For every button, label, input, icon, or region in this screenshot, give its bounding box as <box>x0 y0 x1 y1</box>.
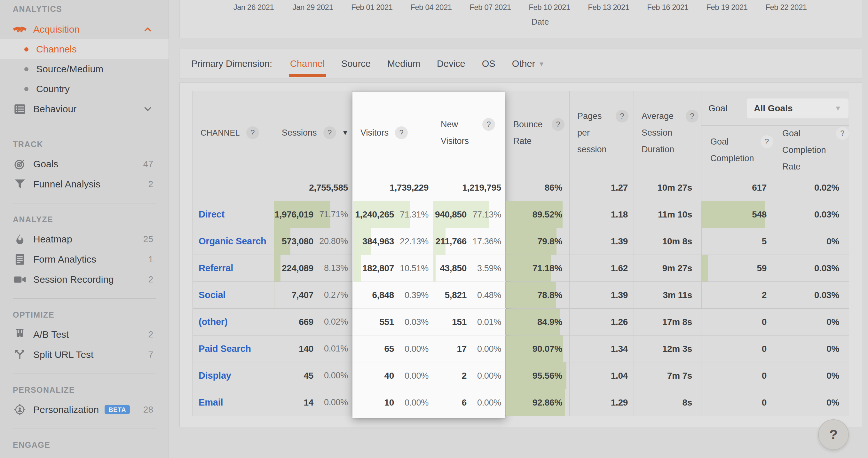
help-icon[interactable]: ? <box>246 126 259 139</box>
goal-selector-label: Goal <box>708 103 727 114</box>
tab-device[interactable]: Device <box>437 59 465 69</box>
column-header-label: Average Session Duration <box>642 108 679 158</box>
help-icon[interactable]: ? <box>761 135 773 148</box>
tab-medium[interactable]: Medium <box>387 59 420 69</box>
help-icon[interactable]: ? <box>616 110 628 122</box>
column-header-bounce_rate[interactable]: Bounce Rate? <box>506 91 569 174</box>
sidebar-item-acquisition[interactable]: Acquisition <box>0 19 168 39</box>
table-cell-goal_completion: 2 <box>701 282 773 309</box>
cell-value: 17m 8s <box>634 317 692 327</box>
channel-link[interactable]: Direct <box>198 209 269 220</box>
table-cell-goal_completion_rate: 0.03% <box>773 282 849 309</box>
table-cell-avg_session_duration: 9m 27s <box>634 255 701 282</box>
tab-other[interactable]: Other▼ <box>512 59 545 69</box>
help-icon[interactable]: ? <box>686 110 699 122</box>
cell-value: 92.86% <box>506 398 562 408</box>
sidebar-item-heatmap[interactable]: Heatmap25 <box>0 229 168 249</box>
table-header-row: CHANNEL?Sessions?▼Visitors?New Visitors?… <box>193 91 848 174</box>
sidebar-item-split-url-test[interactable]: Split URL Test7 <box>0 344 168 365</box>
column-header-label: Pages per session <box>577 108 609 158</box>
channel-link[interactable]: Social <box>198 290 269 300</box>
primary-dimension-label: Primary Dimension: <box>191 59 272 69</box>
help-icon[interactable]: ? <box>482 118 495 131</box>
sidebar-item-label: Channels <box>36 44 77 55</box>
cell-value: 1,739,229 <box>353 183 429 193</box>
table-cell-pages_per_session: 1.34 <box>569 336 634 362</box>
cell-percent: 0.00% <box>467 371 501 381</box>
chevron-down-icon[interactable] <box>142 103 153 115</box>
sidebar-item-label: Heatmap <box>33 234 72 245</box>
table-cell-goal_completion_rate: 0% <box>773 309 849 336</box>
table-cell-bounce_rate: 95.56% <box>506 362 569 389</box>
column-header-visitors[interactable]: Visitors? <box>353 91 433 174</box>
sidebar-item-goals[interactable]: Goals47 <box>0 154 168 174</box>
tab-os[interactable]: OS <box>482 59 495 69</box>
cell-value: 0 <box>701 371 767 381</box>
column-header-label: New Visitors <box>441 116 476 149</box>
tab-channel[interactable]: Channel <box>290 59 324 69</box>
cell-percent: 0.01% <box>313 344 348 354</box>
cell-value: 151 <box>433 317 467 327</box>
table-cell-pages_per_session: 1.62 <box>569 255 634 282</box>
cell-percent: 0.00% <box>467 398 501 408</box>
cell-value: 0.03% <box>773 263 839 273</box>
channel-link[interactable]: Email <box>198 397 269 408</box>
cell-percent: 0.02% <box>313 317 348 327</box>
column-header-channel[interactable]: CHANNEL? <box>193 91 274 174</box>
sidebar-item-label: Form Analytics <box>33 254 96 265</box>
column-header-pages_per_session[interactable]: Pages per session? <box>569 91 634 174</box>
tab-source[interactable]: Source <box>341 59 371 69</box>
help-icon[interactable]: ? <box>836 127 849 140</box>
sidebar-item-form-analytics[interactable]: Form Analytics1 <box>0 249 168 269</box>
cell-value: 1,976,019 <box>274 210 313 220</box>
cell-value: 43,850 <box>433 263 467 273</box>
column-header-new_visitors[interactable]: New Visitors? <box>433 91 506 174</box>
channel-link[interactable]: Organic Search <box>198 236 269 247</box>
sidebar-item-funnel-analysis[interactable]: Funnel Analysis2 <box>0 174 168 194</box>
column-header-sessions[interactable]: Sessions?▼ <box>274 91 353 174</box>
sidebar-item-ab-test[interactable]: A/B Test2 <box>0 324 168 344</box>
column-header-goal_completion_rate[interactable]: Goal Completion Rate? <box>773 126 849 174</box>
cell-value: 10m 8s <box>634 236 692 247</box>
sidebar-section-label-track: TRACK <box>0 138 168 151</box>
table-cell-avg_session_duration: 10m 27s <box>634 174 701 201</box>
table-cell-sessions: 450.00% <box>274 362 353 389</box>
channel-link[interactable]: Display <box>198 370 269 381</box>
table-cell-goal_completion_rate: 0% <box>773 362 849 389</box>
column-header-avg_session_duration[interactable]: Average Session Duration? <box>634 91 701 174</box>
chevron-up-icon[interactable] <box>142 24 153 35</box>
sidebar-item-source-medium[interactable]: Source/Medium <box>0 59 168 79</box>
sidebar-item-session-recording[interactable]: Session Recording2 <box>0 269 168 289</box>
table-row: Social7,4070.27%6,8480.39%5,8210.48%78.8… <box>193 282 848 309</box>
cell-value: 9m 27s <box>634 263 692 273</box>
sort-desc-icon[interactable]: ▼ <box>342 129 349 137</box>
cell-percent: 71.31% <box>394 210 429 220</box>
sidebar-item-behaviour[interactable]: Behaviour <box>0 99 168 119</box>
channel-link[interactable]: Paid Search <box>198 343 269 354</box>
channel-link[interactable]: Referral <box>198 263 269 273</box>
sidebar-item-count: 2 <box>148 329 153 340</box>
cell-value: 2 <box>701 290 767 300</box>
help-icon[interactable]: ? <box>323 126 336 139</box>
document-icon <box>13 252 27 267</box>
sidebar-item-channels[interactable]: Channels <box>0 39 168 59</box>
cell-value: 6 <box>433 398 467 408</box>
table-cell-goal_completion: 0 <box>701 389 773 416</box>
column-header-goal_completion[interactable]: Goal Completion? <box>701 126 773 174</box>
cell-value: 10 <box>353 398 394 408</box>
help-icon[interactable]: ? <box>552 118 564 131</box>
cell-percent: 0.00% <box>313 398 348 407</box>
table-cell-visitors: 400.00% <box>353 362 433 389</box>
table-cell-sessions: 140.00% <box>274 389 353 416</box>
goal-selector-dropdown[interactable]: All Goals▼ <box>746 98 849 119</box>
table-cell-goal_completion: 548 <box>701 201 773 228</box>
cell-value: 1.04 <box>569 371 628 381</box>
help-icon[interactable]: ? <box>395 126 408 139</box>
report-table-card: CHANNEL?Sessions?▼Visitors?New Visitors?… <box>179 83 862 427</box>
help-button[interactable]: ? <box>818 419 849 450</box>
channel-link[interactable]: (other) <box>198 317 269 327</box>
cell-percent: 3.59% <box>467 264 501 273</box>
x-axis-tick: Feb 10 2021 <box>529 3 570 12</box>
sidebar-item-country[interactable]: Country <box>0 79 168 99</box>
sidebar-item-personalization[interactable]: PersonalizationBETA28 <box>0 399 168 420</box>
